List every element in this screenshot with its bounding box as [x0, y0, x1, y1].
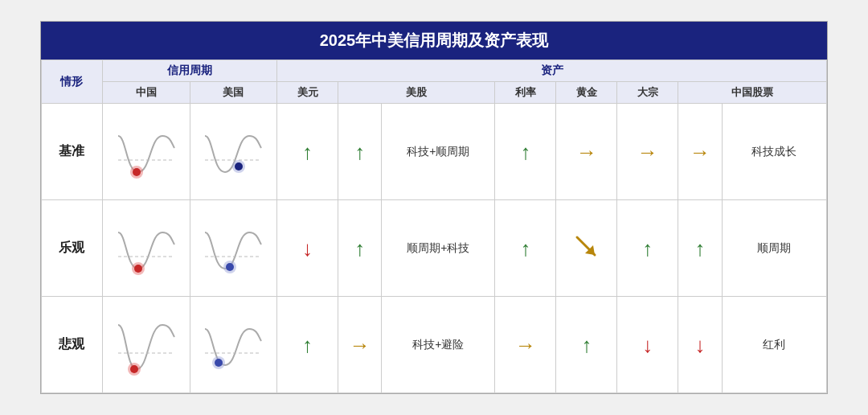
wave-china-beiguan	[102, 297, 190, 393]
gold-arrow-leguang	[556, 200, 617, 297]
usd-arrow-jizun: ↑	[277, 104, 338, 200]
us-stocks-arrow-jizun: ↑	[338, 104, 382, 200]
svg-point-2	[133, 168, 141, 176]
us-stocks-arrow-leguang: ↑	[338, 200, 382, 297]
svg-point-11	[226, 263, 234, 271]
wave-china-leguang	[102, 200, 190, 297]
wave-usa-jizun	[190, 104, 277, 200]
header-commodity: 大宗	[617, 82, 678, 104]
page-title: 2025年中美信用周期及资产表现	[41, 22, 827, 60]
header-credit-cycle: 信用周期	[102, 60, 276, 82]
cn-stocks-arrow-leguang: ↑	[678, 200, 722, 297]
header-usd: 美元	[277, 82, 338, 104]
header-assets: 资产	[277, 60, 827, 82]
us-stocks-text-leguang: 顺周期+科技	[382, 200, 495, 297]
commodity-arrow-leguang: ↑	[617, 200, 678, 297]
rate-arrow-jizun: ↑	[495, 104, 556, 200]
cn-stocks-arrow-beiguan: ↓	[678, 297, 722, 393]
us-stocks-text-jizun: 科技+顺周期	[382, 104, 495, 200]
gold-arrow-jizun: →	[556, 104, 617, 200]
us-stocks-arrow-beiguan: →	[338, 297, 382, 393]
rate-arrow-leguang: ↑	[495, 200, 556, 297]
usd-arrow-beiguan: ↑	[277, 297, 338, 393]
header-usa: 美国	[190, 82, 277, 104]
cn-stocks-arrow-jizun: →	[678, 104, 722, 200]
header-qingxing: 情形	[42, 60, 103, 104]
wave-china-jizun	[102, 104, 190, 200]
cn-stocks-text-beiguan: 红利	[722, 297, 826, 393]
wave-usa-leguang	[190, 200, 277, 297]
row-label-leguang: 乐观	[42, 200, 103, 297]
usd-arrow-leguang: ↓	[277, 200, 338, 297]
row-label-beiguan: 悲观	[42, 297, 103, 393]
header-china: 中国	[102, 82, 190, 104]
gold-arrow-beiguan: ↑	[556, 297, 617, 393]
svg-point-8	[134, 265, 142, 273]
cn-stocks-text-leguang: 顺周期	[722, 200, 826, 297]
wave-usa-beiguan	[190, 297, 277, 393]
rate-arrow-beiguan: →	[495, 297, 556, 393]
header-us-stocks: 美股	[338, 82, 495, 104]
svg-point-5	[235, 162, 243, 171]
header-cn-stocks: 中国股票	[678, 82, 827, 104]
svg-point-16	[130, 365, 138, 373]
header-rate: 利率	[495, 82, 556, 104]
row-label-jizun: 基准	[42, 104, 103, 200]
svg-point-19	[215, 359, 223, 367]
commodity-arrow-beiguan: ↓	[617, 297, 678, 393]
cn-stocks-text-jizun: 科技成长	[722, 104, 826, 200]
us-stocks-text-beiguan: 科技+避险	[382, 297, 495, 393]
header-gold: 黄金	[556, 82, 617, 104]
commodity-arrow-jizun: →	[617, 104, 678, 200]
